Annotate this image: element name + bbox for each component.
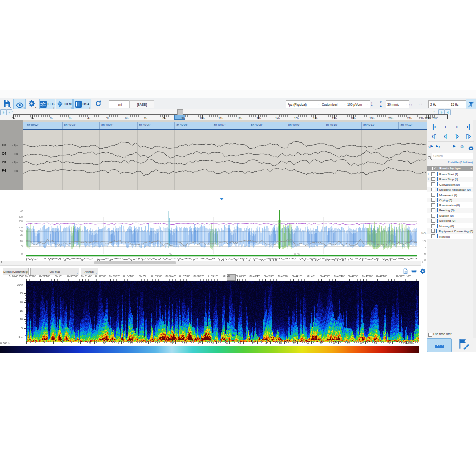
next-page-event-button[interactable]: ▯› — [463, 132, 474, 140]
event-type-row[interactable]: Movement (0) — [427, 192, 473, 198]
uni-button[interactable]: uni — [109, 100, 131, 108]
globe-clock-icon[interactable]: ⊕ — [460, 144, 464, 149]
event-checkbox[interactable] — [431, 224, 435, 228]
event-label: Medicine Application (0) — [439, 188, 471, 191]
dsa-time-label: 8h 30'50" — [67, 275, 78, 278]
prev-flag-button[interactable]: ‹⚑ — [428, 144, 433, 149]
map-preset-button[interactable]: Default (Customized)▾ — [3, 268, 29, 275]
dsa-time-label: 8h 46'40" — [334, 275, 344, 278]
sidebar-scrollbar[interactable] — [473, 120, 476, 338]
prev-marker-button[interactable]: ‹[ — [440, 132, 451, 140]
shrink-vertical-button[interactable]: ▾▴ — [377, 99, 384, 109]
event-checkbox[interactable] — [431, 203, 435, 207]
event-type-row[interactable]: Examination (0) — [427, 202, 473, 208]
event-type-row[interactable]: Equipment Connecting (0) — [427, 228, 473, 234]
event-checkbox[interactable] — [431, 229, 435, 233]
export-icon[interactable] — [403, 268, 408, 273]
event-checkbox[interactable] — [431, 188, 435, 191]
view-button[interactable]: ▾ — [13, 99, 26, 109]
scroll-left-icon[interactable]: ‹ — [12, 110, 13, 113]
power-scale-value: 21 — [157, 342, 160, 345]
flag-button[interactable]: ⚑ — [452, 144, 456, 149]
event-label: Suction (0) — [439, 214, 454, 217]
event-checkbox[interactable] — [431, 219, 435, 223]
shrink-horizontal-button[interactable]: →← — [416, 99, 425, 109]
dsa-time-label: 8h 36'40" — [165, 275, 176, 278]
prev-page-event-button[interactable]: ‹▯ — [429, 132, 439, 140]
events-settings-gear-icon[interactable] — [468, 144, 474, 149]
prev-event-button[interactable]: ‹ — [440, 123, 451, 130]
event-label: Note (0) — [439, 235, 450, 238]
event-checkbox[interactable] — [431, 172, 435, 176]
use-time-filter-checkbox[interactable] — [428, 333, 432, 337]
trend-plot[interactable] — [26, 208, 417, 265]
event-checkbox[interactable] — [431, 234, 435, 238]
trend-scrollbar[interactable] — [0, 261, 421, 266]
goto-first-event-button[interactable]: |‹ — [429, 123, 439, 130]
event-type-row[interactable]: Feeding (0) — [427, 208, 473, 213]
dsa-spectrogram-plot[interactable] — [26, 281, 419, 342]
montage-select[interactable]: Fpz (Physical)⌄ — [286, 100, 322, 108]
event-type-row[interactable]: Medicine Application (0) — [427, 187, 473, 192]
dsa-settings-gear-icon[interactable] — [420, 268, 426, 273]
panel-splitter-icon[interactable] — [219, 198, 224, 200]
expand-icon[interactable]: › — [427, 178, 431, 181]
power-scale-value: 15 — [130, 342, 133, 345]
scroll-right-icon[interactable]: › — [433, 110, 434, 113]
map-average-button[interactable]: Average▾ — [81, 268, 98, 275]
expand-vertical-button[interactable]: ↕ — [368, 99, 375, 109]
base-button[interactable]: [BASE] — [129, 100, 154, 108]
refresh-button[interactable] — [93, 99, 103, 109]
event-checkbox[interactable] — [431, 198, 435, 202]
speed-select[interactable]: 30 mm/s⌄ — [386, 100, 409, 108]
eeg-view-button[interactable]: EEG▾ — [39, 99, 55, 109]
settings-button[interactable]: ▾ — [26, 99, 37, 109]
event-checkbox[interactable] — [431, 177, 435, 181]
event-type-row[interactable]: ›Exam Start (1) — [427, 171, 473, 177]
event-type-row[interactable]: Sleeping (0) — [427, 218, 473, 223]
channel-reference: - Fpz — [12, 161, 18, 164]
lowcut-select[interactable]: 2 Hz⌄ — [428, 100, 451, 108]
event-label: Crying (0) — [439, 198, 452, 202]
event-checkbox[interactable] — [431, 208, 435, 212]
time-scale-button[interactable] — [427, 338, 452, 352]
event-checkbox[interactable] — [431, 182, 435, 186]
eeg-timestamp: 8h 40'02" — [27, 123, 39, 126]
next-event-button[interactable]: › — [452, 123, 462, 130]
expand-horizontal-button[interactable]: ↔ — [407, 99, 415, 109]
dsa-time-label: 8h 48'20" — [362, 275, 372, 278]
save-button[interactable]: ▾ — [2, 99, 11, 109]
power-scale-value: 27 — [184, 342, 187, 345]
event-checkbox[interactable] — [431, 214, 435, 218]
event-type-row[interactable]: Nursing (0) — [427, 223, 473, 228]
edit-marker-icon[interactable] — [458, 338, 470, 350]
event-type-row[interactable]: Crying (0) — [427, 198, 473, 203]
trend-ytick-label: 10 — [9, 240, 23, 243]
event-type-row[interactable]: Suction (0) — [427, 213, 473, 218]
search-input[interactable] — [432, 153, 475, 159]
ruler-icon[interactable] — [411, 268, 417, 273]
sensitivity-select[interactable]: 100 µV/cm⌄ — [346, 100, 370, 108]
events-header[interactable]: ✓ Events by type ▾ — [427, 166, 473, 171]
next-flag-button[interactable]: ⚑› — [435, 144, 440, 149]
event-type-row[interactable]: Note (0) — [427, 234, 473, 239]
trend-scrollbar-thumb[interactable] — [94, 261, 176, 264]
titlebar: ELMIKO® DigiTrack™ Studio — M. 0X99D66C4… — [0, 90, 476, 98]
dsa-view-button[interactable]: DSA▾ — [73, 99, 91, 109]
trend-time-label: 8h30' — [294, 253, 300, 256]
trend-scroll-left-icon[interactable]: ‹ — [1, 260, 2, 264]
overview-timeline-ruler[interactable] — [13, 114, 448, 119]
profile-select[interactable]: Customized⌄ — [320, 100, 347, 108]
next-marker-button[interactable]: ]› — [452, 132, 462, 140]
event-checkbox[interactable] — [431, 193, 435, 197]
event-type-row[interactable]: Convulsions (0) — [427, 182, 473, 187]
notch-filter-button[interactable] — [466, 99, 476, 109]
cfm-view-button[interactable]: CFM▾ — [56, 99, 73, 109]
expand-icon[interactable]: › — [427, 172, 431, 176]
map-mode-button[interactable]: One map▾ — [30, 268, 79, 275]
event-type-row[interactable]: ›Exam Stop (1) — [427, 177, 473, 182]
event-color-bar — [437, 172, 438, 176]
event-color-bar — [437, 208, 438, 212]
goto-last-event-button[interactable]: ›| — [463, 123, 474, 130]
eeg-traces-plot[interactable] — [23, 130, 427, 190]
